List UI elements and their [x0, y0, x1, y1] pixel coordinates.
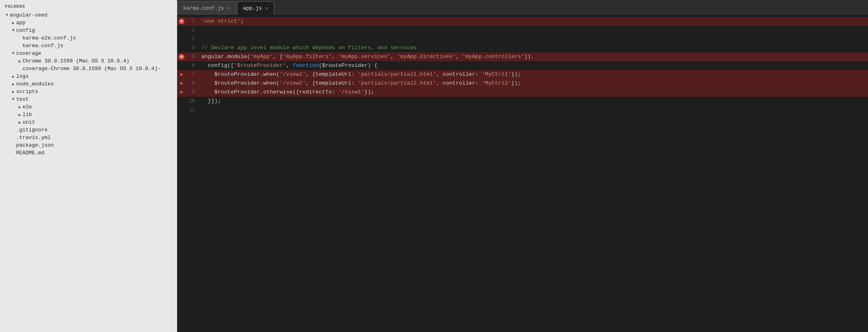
line-number-5: 5	[186, 52, 195, 61]
error-icon-5: ●	[179, 54, 184, 60]
tree-arrow-app	[10, 21, 16, 25]
tree-label-coverage-chrome: coverage-Chrome 30.0.1599 (Mac OS X 10.8…	[23, 66, 161, 72]
code-line-2: 2	[177, 26, 868, 35]
tree-item-scripts[interactable]: scripts	[0, 88, 177, 95]
code-line-7: ▶7 $routeProvider.when('/view1', {templa…	[177, 70, 868, 79]
tree-arrow-unit	[17, 120, 23, 125]
tree-item-node-modules[interactable]: node_modules	[0, 80, 177, 88]
line-content-9[interactable]: $routeProvider.otherwise({redirectTo: '/…	[198, 88, 868, 97]
line-gutter-11: 11	[177, 106, 198, 114]
tree-label-chrome-30: Chrome 30.0.1599 (Mac OS X 10.8.4)	[23, 58, 129, 64]
code-lines: ●1'use strict';234// Declare app level m…	[177, 17, 868, 114]
tree-item-config[interactable]: config	[0, 27, 177, 34]
tab-karma-conf[interactable]: karma.conf.js ✕	[177, 1, 236, 15]
line-gutter-8: ▶8	[177, 79, 198, 88]
tree-arrow-logs	[10, 74, 16, 79]
code-line-9: ▶9 $routeProvider.otherwise({redirectTo:…	[177, 88, 868, 97]
code-line-4: 4// Declare app level module which depen…	[177, 44, 868, 52]
tree-item-e2e[interactable]: e2e	[0, 103, 177, 111]
tree-arrow-config	[10, 28, 16, 33]
tree-label-logs: logs	[16, 73, 29, 79]
code-line-3: 3	[177, 35, 868, 44]
tree-label-lib: lib	[23, 112, 32, 118]
line-number-11: 11	[186, 106, 195, 114]
line-number-9: 9	[186, 88, 195, 97]
tree-label-karma-e2e-conf-js: karma-e2e.conf.js	[23, 35, 76, 41]
tree-label-app: app	[16, 20, 25, 26]
tree-arrow-chrome-30	[17, 59, 23, 64]
line-number-3: 3	[186, 35, 195, 44]
tree-arrow-coverage	[10, 51, 16, 56]
tree-item-lib[interactable]: lib	[0, 111, 177, 118]
tree-arrow-scripts	[10, 89, 16, 94]
line-gutter-9: ▶9	[177, 88, 198, 97]
tab-bar: karma.conf.js ✕ app.js ✕	[177, 0, 868, 15]
tab-close-karma[interactable]: ✕	[227, 6, 230, 11]
tree-arrow-angular-seed	[4, 13, 10, 17]
tree-item-karma-conf-js[interactable]: karma.conf.js	[0, 42, 177, 50]
tab-app-js[interactable]: app.js ✕	[237, 1, 274, 15]
tree-item-coverage-chrome[interactable]: coverage-Chrome 30.0.1599 (Mac OS X 10.8…	[0, 65, 177, 73]
line-gutter-6: 6	[177, 61, 198, 70]
tab-label-karma: karma.conf.js	[183, 5, 224, 11]
tree-arrow-node-modules	[10, 82, 16, 87]
app-container: FOLDERS angular-seedappconfigkarma-e2e.c…	[0, 0, 868, 332]
tree-label-travis-yml: .travis.yml	[16, 135, 51, 141]
line-gutter-1: ●1	[177, 17, 198, 26]
line-gutter-4: 4	[177, 44, 198, 52]
tree-label-test: test	[16, 96, 29, 102]
sidebar: FOLDERS angular-seedappconfigkarma-e2e.c…	[0, 0, 177, 332]
tree-item-karma-e2e-conf-js[interactable]: karma-e2e.conf.js	[0, 34, 177, 42]
line-number-6: 6	[186, 61, 195, 70]
tree-item-readme-md[interactable]: README.md	[0, 149, 177, 157]
tree-item-angular-seed[interactable]: angular-seed	[0, 11, 177, 19]
tree-item-chrome-30[interactable]: Chrome 30.0.1599 (Mac OS X 10.8.4)	[0, 57, 177, 65]
error-icon-1: ●	[179, 19, 184, 24]
tree-label-config: config	[16, 27, 35, 33]
sidebar-header: FOLDERS	[0, 2, 177, 11]
tree-label-unit: unit	[23, 119, 35, 125]
tree-arrow-lib	[17, 112, 23, 117]
code-line-10: 10 }]);	[177, 97, 868, 106]
line-gutter-2: 2	[177, 26, 198, 35]
tree-item-app[interactable]: app	[0, 19, 177, 27]
line-content-6[interactable]: config(['$routeProvider', function($rout…	[198, 61, 868, 70]
tree-item-gitignore[interactable]: .gitignore	[0, 126, 177, 134]
line-gutter-5: ●5	[177, 52, 198, 61]
tree-label-node-modules: node_modules	[16, 81, 54, 87]
line-gutter-10: 10	[177, 97, 198, 106]
line-content-1[interactable]: 'use strict';	[198, 17, 868, 26]
tree-item-unit[interactable]: unit	[0, 118, 177, 126]
line-gutter-3: 3	[177, 35, 198, 44]
tree-label-coverage: coverage	[16, 50, 41, 56]
line-content-8[interactable]: $routeProvider.when('/view2', {templateU…	[198, 79, 868, 88]
tree-label-karma-conf-js: karma.conf.js	[23, 43, 63, 49]
code-editor[interactable]: ●1'use strict';234// Declare app level m…	[177, 15, 868, 332]
tab-close-app[interactable]: ✕	[265, 6, 268, 11]
tree-item-package-json[interactable]: package.json	[0, 141, 177, 149]
tree-arrow-test	[10, 97, 16, 102]
tree-label-gitignore: .gitignore	[16, 127, 48, 133]
tree-label-readme-md: README.md	[16, 150, 44, 156]
line-content-5[interactable]: angular.module('myApp', ['myApp.filters'…	[198, 52, 868, 61]
tree-item-logs[interactable]: logs	[0, 73, 177, 80]
line-number-4: 4	[186, 44, 195, 52]
editor-area: karma.conf.js ✕ app.js ✕ ●1'use strict';…	[177, 0, 868, 332]
line-content-10[interactable]: }]);	[198, 97, 868, 106]
line-number-10: 10	[186, 97, 195, 106]
line-number-2: 2	[186, 26, 195, 35]
tree-item-test[interactable]: test	[0, 95, 177, 103]
line-content-7[interactable]: $routeProvider.when('/view1', {templateU…	[198, 70, 868, 79]
breakpoint-arrow-8: ▶	[180, 79, 184, 88]
line-number-7: 7	[186, 70, 195, 79]
line-content-4[interactable]: // Declare app level module which depend…	[198, 44, 868, 52]
tab-label-app: app.js	[243, 5, 262, 11]
line-number-8: 8	[186, 79, 195, 88]
tree-label-package-json: package.json	[16, 142, 54, 148]
breakpoint-arrow-9: ▶	[180, 88, 184, 97]
breakpoint-arrow-7: ▶	[180, 70, 184, 79]
tree-item-travis-yml[interactable]: .travis.yml	[0, 134, 177, 141]
tree-label-e2e: e2e	[23, 104, 32, 110]
tree-item-coverage[interactable]: coverage	[0, 50, 177, 57]
file-tree: angular-seedappconfigkarma-e2e.conf.jska…	[0, 11, 177, 157]
